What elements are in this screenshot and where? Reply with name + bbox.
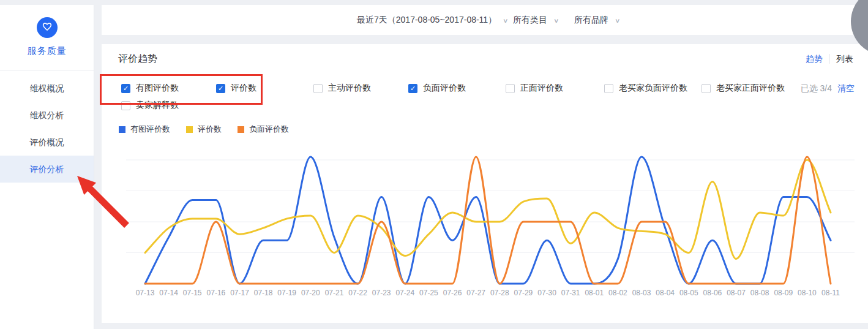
x-axis-label: 07-17 xyxy=(230,289,249,297)
chevron-down-icon: ∨ xyxy=(553,6,559,36)
brand-label: 所有品牌 xyxy=(574,15,608,25)
checkbox-checked-icon[interactable]: ✓ xyxy=(408,84,417,93)
category-label: 所有类目 xyxy=(513,15,547,25)
x-axis-label: 07-21 xyxy=(325,289,344,297)
service-quality-badge xyxy=(37,17,58,38)
checkbox-unchecked-icon[interactable] xyxy=(506,84,515,93)
series-line xyxy=(145,157,831,284)
sidebar-item-0[interactable]: 维权概况 xyxy=(0,75,94,102)
x-axis-label: 07-22 xyxy=(348,289,367,297)
metric-label: 老买家负面评价数 xyxy=(619,83,687,94)
metric-checkbox-item[interactable]: 老买家正面评价数 xyxy=(702,83,785,93)
x-axis-label: 07-29 xyxy=(514,289,533,297)
metric-label: 主动评价数 xyxy=(328,83,371,94)
selected-count-label: 已选 3/4 xyxy=(801,83,832,93)
x-axis-label: 08-07 xyxy=(727,289,746,297)
checkbox-unchecked-icon[interactable] xyxy=(121,101,130,110)
sidebar-item-3[interactable]: 评价分析 xyxy=(0,156,94,183)
metric-label: 老买家正面评价数 xyxy=(716,83,785,94)
trend-card: 评价趋势 趋势列表 已选 3/4清空 有图评价数评价数负面评价数 07-1307… xyxy=(102,44,868,323)
x-axis-label: 07-31 xyxy=(561,289,580,297)
x-axis-label: 07-27 xyxy=(466,289,485,297)
sidebar-item-1[interactable]: 维权分析 xyxy=(0,102,94,129)
metric-label: 正面评价数 xyxy=(520,83,563,94)
x-axis-label: 07-25 xyxy=(419,289,438,297)
trend-chart[interactable]: 07-1307-1407-1507-1607-1707-1807-1907-20… xyxy=(102,141,868,325)
legend-item[interactable]: 负面评价数 xyxy=(238,124,289,135)
metric-checkbox-item[interactable]: 主动评价数 xyxy=(313,83,371,93)
sidebar-header: 服务质量 xyxy=(0,5,94,71)
category-dropdown[interactable]: 所有类目 ∨ xyxy=(513,5,558,35)
checkbox-unchecked-icon[interactable] xyxy=(604,84,613,93)
date-range-label: 最近7天（2017-08-05~2017-08-11） xyxy=(357,15,496,25)
legend-swatch xyxy=(119,126,125,133)
x-axis-label: 07-24 xyxy=(395,289,414,297)
x-axis-label: 07-30 xyxy=(537,289,556,297)
checkbox-unchecked-icon[interactable] xyxy=(702,84,711,93)
metric-label: 卖家解释数 xyxy=(136,100,179,111)
legend-label: 负面评价数 xyxy=(249,124,289,135)
metric-checkbox-item[interactable]: ✓有图评价数 xyxy=(121,83,179,93)
legend-item[interactable]: 有图评价数 xyxy=(119,124,170,135)
x-axis-label: 07-16 xyxy=(207,289,226,297)
sidebar-item-2[interactable]: 评价概况 xyxy=(0,129,94,156)
tab-list[interactable]: 列表 xyxy=(829,54,853,64)
chevron-down-icon: ∨ xyxy=(615,6,621,36)
legend-swatch xyxy=(238,126,244,133)
sidebar: 服务质量 维权概况维权分析评价概况评价分析 xyxy=(0,5,94,329)
date-range-dropdown[interactable]: 最近7天（2017-08-05~2017-08-11） ∨ xyxy=(357,5,507,35)
metric-label: 负面评价数 xyxy=(423,83,466,94)
x-axis-label: 07-28 xyxy=(490,289,509,297)
x-axis-label: 08-11 xyxy=(821,289,840,297)
metric-label: 有图评价数 xyxy=(136,83,179,94)
metric-checkbox-item[interactable]: 老买家负面评价数 xyxy=(604,83,687,93)
sidebar-nav: 维权概况维权分析评价概况评价分析 xyxy=(0,75,94,183)
x-axis-label: 07-18 xyxy=(254,289,273,297)
x-axis-label: 07-23 xyxy=(372,289,391,297)
view-toggle: 趋势列表 xyxy=(806,54,853,65)
checkbox-checked-icon[interactable]: ✓ xyxy=(216,84,225,93)
checkbox-unchecked-icon[interactable] xyxy=(313,84,323,93)
x-axis-label: 07-26 xyxy=(443,289,462,297)
metric-checkbox-item[interactable]: 正面评价数 xyxy=(506,83,563,93)
heart-icon xyxy=(42,21,53,34)
x-axis-label: 07-19 xyxy=(277,289,296,297)
x-axis-label: 07-20 xyxy=(301,289,320,297)
app-title: 服务质量 xyxy=(0,45,94,57)
legend-item[interactable]: 评价数 xyxy=(186,124,222,135)
metric-checkbox-item[interactable]: ✓评价数 xyxy=(216,83,256,93)
chevron-down-icon: ∨ xyxy=(503,6,509,36)
checkbox-checked-icon[interactable]: ✓ xyxy=(121,84,130,93)
x-axis-label: 08-10 xyxy=(798,289,817,297)
chart-legend: 有图评价数评价数负面评价数 xyxy=(119,124,289,135)
metric-checkbox-item[interactable]: 卖家解释数 xyxy=(121,100,179,110)
metric-label: 评价数 xyxy=(231,83,256,94)
clear-selection-link[interactable]: 清空 xyxy=(837,83,855,93)
legend-label: 评价数 xyxy=(198,124,222,135)
tab-trend[interactable]: 趋势 xyxy=(806,54,829,64)
brand-dropdown[interactable]: 所有品牌 ∨ xyxy=(574,5,619,35)
metric-checkbox-item[interactable]: ✓负面评价数 xyxy=(408,83,466,93)
selected-count: 已选 3/4清空 xyxy=(801,83,855,94)
x-axis-label: 08-08 xyxy=(750,289,769,297)
x-axis-label: 07-13 xyxy=(136,289,155,297)
x-axis-label: 08-04 xyxy=(656,289,675,297)
legend-label: 有图评价数 xyxy=(130,124,170,135)
x-axis-label: 08-05 xyxy=(679,289,698,297)
card-title: 评价趋势 xyxy=(118,53,157,66)
filter-bar: 最近7天（2017-08-05~2017-08-11） ∨ 所有类目 ∨ 所有品… xyxy=(102,5,868,35)
x-axis-label: 07-14 xyxy=(159,289,178,297)
x-axis-label: 08-02 xyxy=(608,289,627,297)
x-axis-label: 08-03 xyxy=(632,289,651,297)
x-axis-label: 08-06 xyxy=(703,289,722,297)
legend-swatch xyxy=(186,126,193,133)
x-axis-label: 07-15 xyxy=(183,289,202,297)
x-axis-label: 08-01 xyxy=(585,289,604,297)
x-axis-label: 08-09 xyxy=(774,289,793,297)
